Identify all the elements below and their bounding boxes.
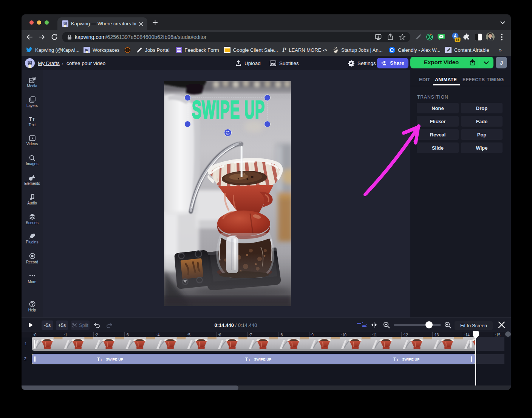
svg-text:T: T <box>245 357 248 361</box>
svg-text:T: T <box>29 116 32 122</box>
svg-text:T: T <box>393 357 396 361</box>
svg-text:T: T <box>100 358 102 361</box>
svg-text:35: 35 <box>456 38 459 42</box>
svg-text:T: T <box>396 358 399 361</box>
svg-text:T: T <box>32 117 35 122</box>
svg-text:T: T <box>248 358 251 361</box>
svg-text:T: T <box>97 357 100 361</box>
